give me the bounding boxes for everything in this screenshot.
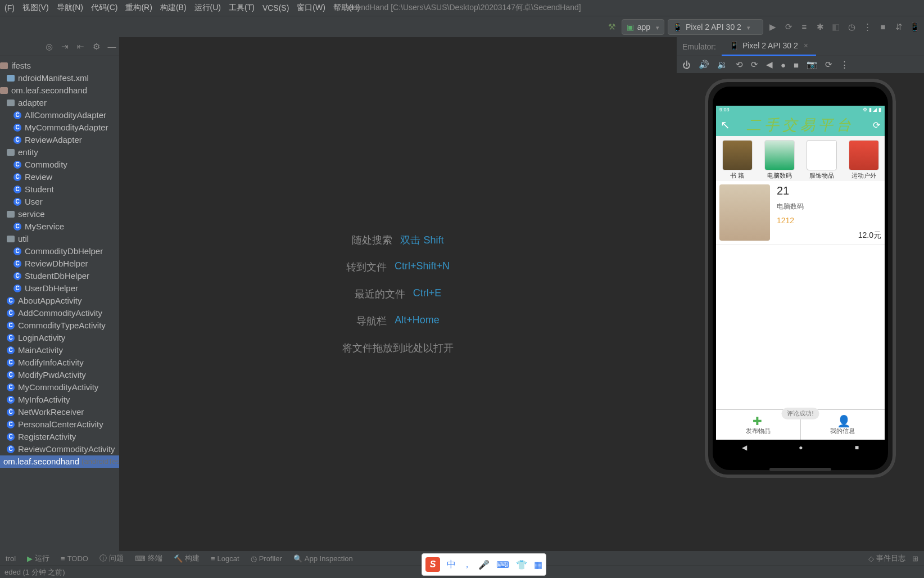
apply-code-icon[interactable]: ≡: [798, 21, 810, 33]
tree-node[interactable]: CLoginActivity: [0, 332, 119, 344]
cat-digital[interactable]: 电脑数码: [758, 136, 800, 181]
ime-voice-icon[interactable]: 🎤: [478, 559, 490, 570]
volume-down-icon[interactable]: 🔉: [717, 60, 728, 70]
tw-problems[interactable]: ⓘ问题: [99, 553, 124, 563]
tw-run[interactable]: ▶运行: [27, 553, 49, 563]
tree-node[interactable]: ifests: [0, 60, 119, 72]
screenshot-icon[interactable]: 📷: [807, 60, 817, 70]
tree-node[interactable]: CReviewAdapter: [0, 134, 119, 146]
tree-node[interactable]: service: [0, 208, 119, 220]
tree-node[interactable]: CAddCommodityActivity: [0, 307, 119, 319]
tree-node[interactable]: CPersonalCenterActivity: [0, 418, 119, 431]
tree-node[interactable]: CNetWorkReceiver: [0, 406, 119, 418]
tw-event-log[interactable]: ◇事件日志: [868, 553, 905, 563]
avd-icon[interactable]: 📱: [908, 21, 921, 33]
tree-node[interactable]: CUserDbHelper: [0, 282, 119, 295]
more-icon[interactable]: ⋮: [840, 60, 849, 70]
tree-node[interactable]: CReviewCommodityActivity: [0, 443, 119, 455]
debug-icon[interactable]: ✱: [814, 21, 826, 33]
tw-todo[interactable]: ≡TODO: [61, 554, 88, 563]
menu-run[interactable]: 运行(U): [194, 3, 221, 13]
device-combo[interactable]: 📱 Pixel 2 API 30 2: [668, 19, 763, 35]
tw-build[interactable]: 🔨构建: [174, 553, 200, 563]
menu-build[interactable]: 构建(B): [160, 3, 187, 13]
ime-punct-icon[interactable]: ，: [463, 559, 472, 571]
reload-icon[interactable]: ⟳: [825, 60, 832, 70]
cat-books[interactable]: 书 籍: [716, 136, 758, 181]
overview-icon[interactable]: ■: [794, 60, 799, 70]
tw-terminal[interactable]: ⌨终端: [135, 553, 162, 563]
close-icon[interactable]: ×: [804, 41, 808, 50]
menu-vcs[interactable]: VCS(S): [262, 3, 289, 12]
tw-layout[interactable]: ⊞: [912, 554, 918, 563]
tree-node[interactable]: CReview: [0, 171, 119, 183]
tree-node[interactable]: CStudent: [0, 183, 119, 196]
power-icon[interactable]: ⏻: [682, 60, 691, 70]
tree-node[interactable]: om.leaf.secondhand (androidTest): [0, 455, 119, 468]
tree-node[interactable]: util: [0, 233, 119, 245]
tree-node[interactable]: CMainActivity: [0, 344, 119, 356]
rotate-right-icon[interactable]: ⟳: [751, 60, 758, 70]
tree-node[interactable]: CCommodityTypeActivity: [0, 319, 119, 332]
home-icon[interactable]: ●: [781, 60, 786, 70]
tree-node[interactable]: CAboutAppActivity: [0, 295, 119, 307]
tree-node[interactable]: CModifyInfoActivity: [0, 356, 119, 369]
collapse-icon[interactable]: ⇥: [60, 42, 70, 52]
tree-node[interactable]: CStudentDbHelper: [0, 270, 119, 282]
emulator-tab[interactable]: 📱 Pixel 2 API 30 2 ×: [722, 37, 816, 56]
hide-icon[interactable]: —: [107, 42, 117, 51]
tree-node[interactable]: CMyService: [0, 220, 119, 233]
expand-icon[interactable]: ⇤: [75, 42, 85, 52]
app-screen[interactable]: 9:03 ⚙ ▮ ◢ ▮ ↖ 二手交易平台 ⟳ 书 籍 电脑数码 服饰物品: [716, 106, 885, 440]
tw-version-control[interactable]: trol: [6, 554, 16, 563]
run-config-combo[interactable]: ▣ app: [622, 19, 664, 35]
menu-window[interactable]: 窗口(W): [297, 3, 325, 13]
item-row[interactable]: 21 电脑数码 1212 12.0元: [716, 181, 885, 245]
profile-icon[interactable]: ◷: [845, 21, 858, 33]
menu-refactor[interactable]: 重构(R): [125, 3, 152, 13]
rotate-left-icon[interactable]: ⟲: [736, 60, 743, 70]
settings-icon[interactable]: ⚙: [91, 42, 101, 52]
ime-skin-icon[interactable]: 👕: [516, 559, 527, 570]
tree-node[interactable]: om.leaf.secondhand: [0, 84, 119, 97]
attach-icon[interactable]: ⋮: [861, 21, 873, 33]
ime-toolbox-icon[interactable]: ▦: [534, 559, 542, 570]
tw-app-inspection[interactable]: 🔍App Inspection: [293, 554, 353, 563]
ime-lang[interactable]: 中: [447, 559, 456, 571]
tree-node[interactable]: CCommodityDbHelper: [0, 245, 119, 258]
menu-tools[interactable]: 工具(T): [229, 3, 255, 13]
tree-node[interactable]: CUser: [0, 196, 119, 208]
tree-node[interactable]: CMyCommodityActivity: [0, 381, 119, 394]
menu-code[interactable]: 代码(C): [91, 3, 117, 13]
tree-node[interactable]: CMyCommodityAdapter: [0, 121, 119, 134]
sys-home-icon[interactable]: ●: [799, 444, 803, 451]
stop-icon[interactable]: ■: [877, 21, 889, 33]
ime-keyboard-icon[interactable]: ⌨: [496, 559, 509, 570]
coverage-icon[interactable]: ◧: [830, 21, 842, 33]
sync-icon[interactable]: ⇵: [893, 21, 905, 33]
target-icon[interactable]: ◎: [44, 42, 54, 52]
tree-node[interactable]: CAllCommodityAdapter: [0, 109, 119, 121]
tree-node[interactable]: CModifyPwdActivity: [0, 369, 119, 381]
menu-nav[interactable]: 导航(N): [57, 3, 83, 13]
refresh-icon[interactable]: ⟳: [873, 120, 880, 130]
back-icon[interactable]: ◀: [766, 60, 773, 70]
volume-up-icon[interactable]: 🔊: [699, 60, 709, 70]
tree-node[interactable]: adapter: [0, 97, 119, 109]
cat-sports[interactable]: 运动户外: [843, 136, 885, 181]
menu-view[interactable]: 视图(V): [22, 3, 49, 13]
ime-bar[interactable]: S 中 ， 🎤 ⌨ 👕 ▦: [422, 553, 546, 576]
tree-node[interactable]: entity: [0, 146, 119, 159]
menu-file[interactable]: (F): [4, 3, 15, 12]
tree-node[interactable]: CReviewDbHelper: [0, 258, 119, 270]
tree-node[interactable]: CMyInfoActivity: [0, 394, 119, 406]
project-tree[interactable]: ifestsndroidManifest.xmlom.leaf.secondha…: [0, 56, 119, 551]
tw-logcat[interactable]: ≡Logcat: [211, 554, 239, 563]
tree-node[interactable]: ndroidManifest.xml: [0, 72, 119, 84]
hammer-icon[interactable]: ⚒: [606, 21, 618, 33]
sys-back-icon[interactable]: ◀: [742, 444, 747, 451]
tw-profiler[interactable]: ◷Profiler: [251, 554, 282, 563]
tree-node[interactable]: CRegisterActivity: [0, 431, 119, 443]
run-icon[interactable]: ▶: [767, 21, 779, 33]
cat-clothing[interactable]: 服饰物品: [800, 136, 843, 181]
